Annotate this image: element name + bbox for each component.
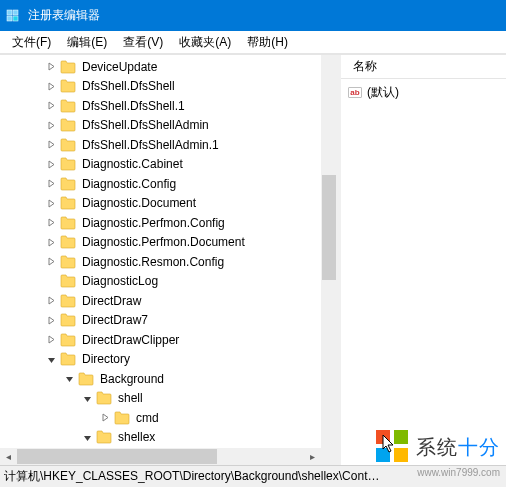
expand-icon[interactable] (44, 60, 58, 74)
tree-item[interactable]: Background (0, 369, 321, 389)
tree-item-label: shellex (116, 429, 157, 445)
svg-rect-0 (7, 10, 12, 15)
expand-icon[interactable] (44, 255, 58, 269)
tree-item-label: Diagnostic.Perfmon.Config (80, 215, 227, 231)
tree-item[interactable]: Diagnostic.Cabinet (0, 155, 321, 175)
expand-icon[interactable] (44, 196, 58, 210)
menu-view[interactable]: 查看(V) (115, 32, 171, 53)
folder-icon (60, 118, 76, 132)
tree-pane: DeviceUpdateDfsShell.DfsShellDfsShell.Df… (0, 55, 337, 465)
folder-icon (60, 99, 76, 113)
folder-icon (60, 294, 76, 308)
expand-icon[interactable] (44, 157, 58, 171)
folder-icon (60, 274, 76, 288)
tree-item-label: DiagnosticLog (80, 273, 160, 289)
menu-help[interactable]: 帮助(H) (239, 32, 296, 53)
tree-item[interactable]: Diagnostic.Perfmon.Document (0, 233, 321, 253)
expand-icon[interactable] (44, 177, 58, 191)
folder-icon (60, 138, 76, 152)
tree-vertical-scrollbar[interactable] (321, 55, 337, 465)
menu-favorites[interactable]: 收藏夹(A) (171, 32, 239, 53)
expand-icon[interactable] (44, 294, 58, 308)
list-item-default[interactable]: ab (默认) (347, 83, 500, 101)
folder-icon (60, 60, 76, 74)
svg-rect-2 (7, 16, 12, 21)
scroll-right-icon[interactable]: ▸ (304, 448, 321, 465)
folder-icon (60, 333, 76, 347)
regedit-icon (6, 8, 22, 24)
tree-item-label: cmd (134, 410, 161, 426)
folder-icon (60, 79, 76, 93)
expand-icon[interactable] (44, 235, 58, 249)
expand-icon[interactable] (44, 99, 58, 113)
tree-item[interactable]: DfsShell.DfsShellAdmin (0, 116, 321, 136)
collapse-icon[interactable] (44, 352, 58, 366)
folder-icon (96, 391, 112, 405)
tree-item[interactable]: Directory (0, 350, 321, 370)
tree-item[interactable]: DirectDraw (0, 291, 321, 311)
folder-icon (60, 255, 76, 269)
tree-item[interactable]: Diagnostic.Perfmon.Config (0, 213, 321, 233)
tree-item[interactable]: DiagnosticLog (0, 272, 321, 292)
scrollbar-thumb[interactable] (322, 175, 336, 280)
tree-item[interactable]: Diagnostic.Config (0, 174, 321, 194)
expand-icon[interactable] (44, 333, 58, 347)
folder-icon (60, 313, 76, 327)
scroll-left-icon[interactable]: ◂ (0, 448, 17, 465)
folder-icon (60, 235, 76, 249)
titlebar: 注册表编辑器 (0, 0, 506, 31)
tree-item[interactable]: DirectDrawClipper (0, 330, 321, 350)
tree-item[interactable]: DirectDraw7 (0, 311, 321, 331)
expand-icon[interactable] (44, 138, 58, 152)
tree-item-label: DeviceUpdate (80, 59, 159, 75)
window-title: 注册表编辑器 (28, 7, 100, 24)
no-expand-icon (44, 274, 58, 288)
status-path: 计算机\HKEY_CLASSES_ROOT\Directory\Backgrou… (4, 468, 379, 485)
tree-item-label: Background (98, 371, 166, 387)
folder-icon (96, 430, 112, 444)
list-body[interactable]: ab (默认) (341, 79, 506, 105)
folder-icon (60, 196, 76, 210)
menubar: 文件(F) 编辑(E) 查看(V) 收藏夹(A) 帮助(H) (0, 31, 506, 54)
tree-item[interactable]: DfsShell.DfsShellAdmin.1 (0, 135, 321, 155)
tree-item[interactable]: DeviceUpdate (0, 57, 321, 77)
registry-tree[interactable]: DeviceUpdateDfsShell.DfsShellDfsShell.Df… (0, 55, 321, 465)
content-area: DeviceUpdateDfsShell.DfsShellDfsShell.Df… (0, 54, 506, 465)
tree-item-label: DfsShell.DfsShellAdmin.1 (80, 137, 221, 153)
tree-item-label: Diagnostic.Cabinet (80, 156, 185, 172)
column-name[interactable]: 名称 (347, 56, 383, 77)
scrollbar-thumb-h[interactable] (17, 449, 217, 464)
expand-icon[interactable] (98, 411, 112, 425)
expand-icon[interactable] (44, 118, 58, 132)
menu-file[interactable]: 文件(F) (4, 32, 59, 53)
tree-horizontal-scrollbar[interactable]: ◂ ▸ (0, 448, 321, 465)
tree-item-label: DirectDraw7 (80, 312, 150, 328)
list-header[interactable]: 名称 (341, 55, 506, 79)
tree-item[interactable]: Diagnostic.Resmon.Config (0, 252, 321, 272)
menu-edit[interactable]: 编辑(E) (59, 32, 115, 53)
tree-item[interactable]: shellex (0, 428, 321, 448)
tree-item[interactable]: DfsShell.DfsShell.1 (0, 96, 321, 116)
tree-item-label: Diagnostic.Config (80, 176, 178, 192)
string-value-icon: ab (347, 84, 363, 100)
tree-item[interactable]: DfsShell.DfsShell (0, 77, 321, 97)
tree-item[interactable]: Diagnostic.Document (0, 194, 321, 214)
tree-item[interactable]: cmd (0, 408, 321, 428)
svg-rect-3 (13, 16, 18, 21)
tree-item-label: DfsShell.DfsShellAdmin (80, 117, 211, 133)
tree-item[interactable]: shell (0, 389, 321, 409)
value-name: (默认) (367, 84, 399, 101)
tree-item-label: DfsShell.DfsShell (80, 78, 177, 94)
tree-item-label: shell (116, 390, 145, 406)
statusbar: 计算机\HKEY_CLASSES_ROOT\Directory\Backgrou… (0, 465, 506, 487)
collapse-icon[interactable] (80, 430, 94, 444)
expand-icon[interactable] (44, 216, 58, 230)
svg-rect-1 (13, 10, 18, 15)
folder-icon (60, 216, 76, 230)
collapse-icon[interactable] (80, 391, 94, 405)
expand-icon[interactable] (44, 313, 58, 327)
tree-item-label: Diagnostic.Document (80, 195, 198, 211)
expand-icon[interactable] (44, 79, 58, 93)
folder-icon (60, 352, 76, 366)
collapse-icon[interactable] (62, 372, 76, 386)
